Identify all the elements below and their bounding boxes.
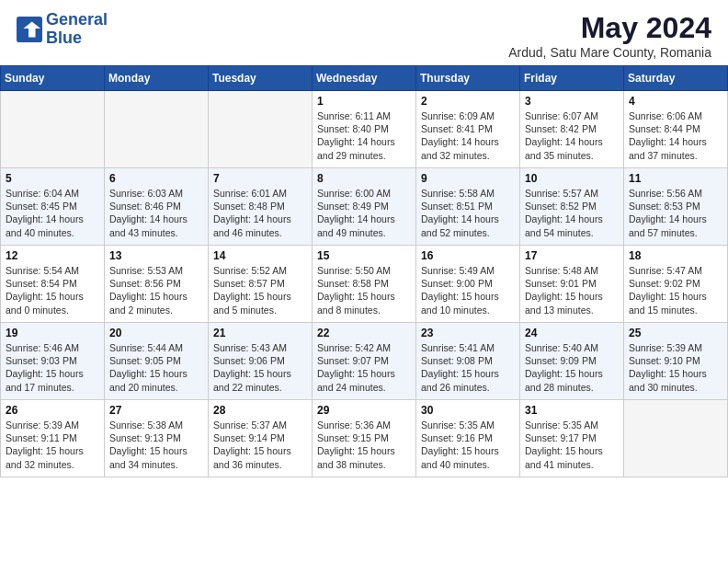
day-number: 21 [213, 327, 307, 339]
day-info: Sunrise: 5:39 AM Sunset: 9:11 PM Dayligh… [6, 419, 99, 471]
day-info: Sunrise: 5:38 AM Sunset: 9:13 PM Dayligh… [109, 419, 203, 471]
month-year-title: May 2024 [508, 11, 711, 45]
day-number: 7 [213, 172, 307, 185]
calendar-cell: 2Sunrise: 6:09 AM Sunset: 8:41 PM Daylig… [416, 91, 520, 168]
calendar-table: SundayMondayTuesdayWednesdayThursdayFrid… [0, 65, 728, 477]
day-number: 25 [629, 327, 722, 339]
day-info: Sunrise: 5:57 AM Sunset: 8:52 PM Dayligh… [525, 187, 619, 239]
cell-content: 17Sunrise: 5:48 AM Sunset: 9:01 PM Dayli… [525, 249, 619, 318]
day-info: Sunrise: 5:37 AM Sunset: 9:14 PM Dayligh… [213, 419, 307, 471]
day-number: 14 [213, 249, 307, 262]
weekday-header: Tuesday [209, 66, 313, 91]
day-number: 19 [6, 327, 99, 339]
location-subtitle: Ardud, Satu Mare County, Romania [508, 45, 711, 60]
calendar-cell: 13Sunrise: 5:53 AM Sunset: 8:56 PM Dayli… [105, 246, 209, 323]
weekday-header: Friday [520, 66, 624, 91]
cell-content: 28Sunrise: 5:37 AM Sunset: 9:14 PM Dayli… [213, 404, 307, 473]
day-info: Sunrise: 6:01 AM Sunset: 8:48 PM Dayligh… [213, 187, 307, 239]
day-info: Sunrise: 5:44 AM Sunset: 9:05 PM Dayligh… [109, 341, 203, 394]
day-number: 23 [421, 327, 515, 339]
cell-content: 10Sunrise: 5:57 AM Sunset: 8:52 PM Dayli… [525, 172, 619, 241]
calendar-cell: 18Sunrise: 5:47 AM Sunset: 9:02 PM Dayli… [624, 246, 728, 323]
calendar-cell: 1Sunrise: 6:11 AM Sunset: 8:40 PM Daylig… [313, 91, 416, 168]
logo-text: General Blue [46, 11, 108, 48]
cell-content: 20Sunrise: 5:44 AM Sunset: 9:05 PM Dayli… [109, 327, 203, 396]
cell-content: 13Sunrise: 5:53 AM Sunset: 8:56 PM Dayli… [109, 249, 203, 318]
cell-content: 11Sunrise: 5:56 AM Sunset: 8:53 PM Dayli… [629, 172, 722, 241]
calendar-cell: 28Sunrise: 5:37 AM Sunset: 9:14 PM Dayli… [209, 400, 313, 477]
cell-content: 25Sunrise: 5:39 AM Sunset: 9:10 PM Dayli… [629, 327, 722, 396]
calendar-week-row: 5Sunrise: 6:04 AM Sunset: 8:45 PM Daylig… [1, 168, 728, 246]
day-info: Sunrise: 5:35 AM Sunset: 9:17 PM Dayligh… [525, 419, 619, 471]
logo-icon [17, 17, 42, 42]
cell-content: 15Sunrise: 5:50 AM Sunset: 8:58 PM Dayli… [317, 249, 411, 318]
day-number: 16 [421, 249, 515, 262]
calendar-cell: 16Sunrise: 5:49 AM Sunset: 9:00 PM Dayli… [416, 246, 520, 323]
day-number: 31 [525, 404, 619, 417]
cell-content: 1Sunrise: 6:11 AM Sunset: 8:40 PM Daylig… [317, 95, 411, 164]
day-number: 3 [525, 95, 619, 108]
calendar-cell: 5Sunrise: 6:04 AM Sunset: 8:45 PM Daylig… [1, 168, 105, 246]
day-number: 6 [109, 172, 203, 185]
day-number: 26 [6, 404, 99, 417]
cell-content: 6Sunrise: 6:03 AM Sunset: 8:46 PM Daylig… [109, 172, 203, 241]
weekday-header: Saturday [624, 66, 728, 91]
calendar-cell: 26Sunrise: 5:39 AM Sunset: 9:11 PM Dayli… [1, 400, 105, 477]
day-number: 8 [317, 172, 411, 185]
weekday-header: Thursday [416, 66, 520, 91]
day-number: 27 [109, 404, 203, 417]
day-info: Sunrise: 5:47 AM Sunset: 9:02 PM Dayligh… [629, 264, 722, 316]
day-number: 28 [213, 404, 307, 417]
day-number: 13 [109, 249, 203, 262]
day-number: 29 [317, 404, 411, 417]
weekday-header: Sunday [1, 66, 105, 91]
day-info: Sunrise: 6:11 AM Sunset: 8:40 PM Dayligh… [317, 109, 411, 162]
day-number: 9 [421, 172, 515, 185]
calendar-cell: 8Sunrise: 6:00 AM Sunset: 8:49 PM Daylig… [313, 168, 416, 246]
calendar-cell: 30Sunrise: 5:35 AM Sunset: 9:16 PM Dayli… [416, 400, 520, 477]
cell-content: 19Sunrise: 5:46 AM Sunset: 9:03 PM Dayli… [6, 327, 99, 396]
calendar-cell: 3Sunrise: 6:07 AM Sunset: 8:42 PM Daylig… [520, 91, 624, 168]
calendar-cell: 24Sunrise: 5:40 AM Sunset: 9:09 PM Dayli… [520, 323, 624, 400]
calendar-cell: 14Sunrise: 5:52 AM Sunset: 8:57 PM Dayli… [209, 246, 313, 323]
day-info: Sunrise: 6:03 AM Sunset: 8:46 PM Dayligh… [109, 187, 203, 239]
cell-content: 31Sunrise: 5:35 AM Sunset: 9:17 PM Dayli… [525, 404, 619, 473]
weekday-header-row: SundayMondayTuesdayWednesdayThursdayFrid… [1, 66, 728, 91]
cell-content: 26Sunrise: 5:39 AM Sunset: 9:11 PM Dayli… [6, 404, 99, 473]
day-info: Sunrise: 6:06 AM Sunset: 8:44 PM Dayligh… [629, 109, 722, 162]
cell-content: 2Sunrise: 6:09 AM Sunset: 8:41 PM Daylig… [421, 95, 515, 164]
cell-content: 9Sunrise: 5:58 AM Sunset: 8:51 PM Daylig… [421, 172, 515, 241]
calendar-cell: 10Sunrise: 5:57 AM Sunset: 8:52 PM Dayli… [520, 168, 624, 246]
calendar-cell: 21Sunrise: 5:43 AM Sunset: 9:06 PM Dayli… [209, 323, 313, 400]
cell-content: 22Sunrise: 5:42 AM Sunset: 9:07 PM Dayli… [317, 327, 411, 396]
cell-content: 30Sunrise: 5:35 AM Sunset: 9:16 PM Dayli… [421, 404, 515, 473]
day-info: Sunrise: 6:07 AM Sunset: 8:42 PM Dayligh… [525, 109, 619, 162]
day-number: 11 [629, 172, 722, 185]
calendar-cell: 17Sunrise: 5:48 AM Sunset: 9:01 PM Dayli… [520, 246, 624, 323]
day-info: Sunrise: 5:52 AM Sunset: 8:57 PM Dayligh… [213, 264, 307, 316]
day-number: 5 [6, 172, 99, 185]
calendar-cell [105, 91, 209, 168]
calendar-cell [209, 91, 313, 168]
cell-content: 7Sunrise: 6:01 AM Sunset: 8:48 PM Daylig… [213, 172, 307, 241]
cell-content: 8Sunrise: 6:00 AM Sunset: 8:49 PM Daylig… [317, 172, 411, 241]
cell-content: 21Sunrise: 5:43 AM Sunset: 9:06 PM Dayli… [213, 327, 307, 396]
day-info: Sunrise: 5:43 AM Sunset: 9:06 PM Dayligh… [213, 341, 307, 394]
calendar-cell: 6Sunrise: 6:03 AM Sunset: 8:46 PM Daylig… [105, 168, 209, 246]
day-info: Sunrise: 5:40 AM Sunset: 9:09 PM Dayligh… [525, 341, 619, 394]
day-number: 12 [6, 249, 99, 262]
calendar-cell [1, 91, 105, 168]
day-number: 2 [421, 95, 515, 108]
calendar-cell: 29Sunrise: 5:36 AM Sunset: 9:15 PM Dayli… [313, 400, 416, 477]
day-number: 22 [317, 327, 411, 339]
day-number: 4 [629, 95, 722, 108]
cell-content: 16Sunrise: 5:49 AM Sunset: 9:00 PM Dayli… [421, 249, 515, 318]
calendar-cell: 11Sunrise: 5:56 AM Sunset: 8:53 PM Dayli… [624, 168, 728, 246]
day-info: Sunrise: 5:41 AM Sunset: 9:08 PM Dayligh… [421, 341, 515, 394]
title-block: May 2024 Ardud, Satu Mare County, Romani… [508, 11, 711, 60]
calendar-cell: 25Sunrise: 5:39 AM Sunset: 9:10 PM Dayli… [624, 323, 728, 400]
cell-content: 12Sunrise: 5:54 AM Sunset: 8:54 PM Dayli… [6, 249, 99, 318]
day-info: Sunrise: 5:36 AM Sunset: 9:15 PM Dayligh… [317, 419, 411, 471]
calendar-week-row: 19Sunrise: 5:46 AM Sunset: 9:03 PM Dayli… [1, 323, 728, 400]
calendar-cell: 31Sunrise: 5:35 AM Sunset: 9:17 PM Dayli… [520, 400, 624, 477]
